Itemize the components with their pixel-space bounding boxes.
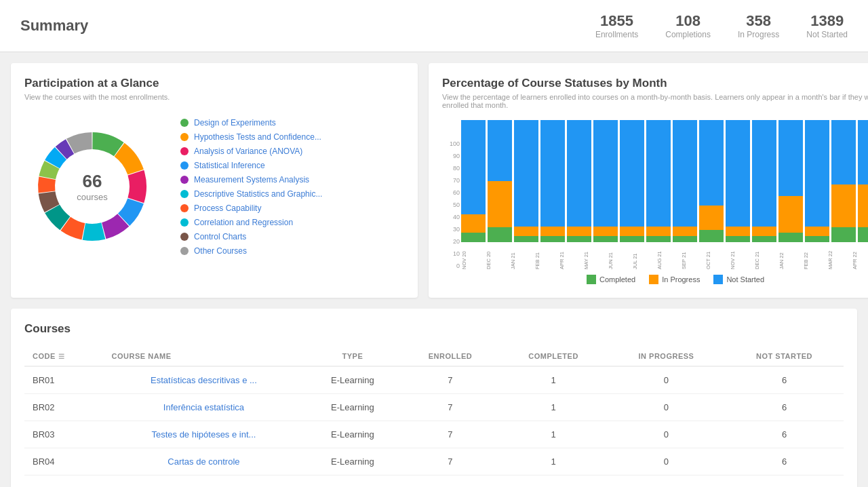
legend-text[interactable]: Measurement Systems Analysis [194,175,309,184]
table-row: BR04 Cartas de controle E-Learning 7 1 0… [24,448,844,475]
course-code: BR02 [24,394,104,421]
course-completed: 1 [499,366,608,394]
legend-item[interactable]: Descriptive Statistics and Graphic... [180,189,322,199]
chart-legend-label: In Progress [662,275,700,284]
stat-number: 1855 [595,12,638,30]
panels-row: Participation at a Glance View the cours… [11,63,857,298]
legend-item[interactable]: Design of Experiments [180,118,322,128]
table-column-header: ENROLLED [401,347,500,366]
legend-text[interactable]: Descriptive Statistics and Graphic... [194,189,322,199]
courses-title: Courses [24,322,844,336]
stat-number: 108 [665,12,711,30]
bar-segment-notstarted [831,120,856,184]
legend-item[interactable]: Other Courses [180,246,322,256]
course-type: E-Learning [304,366,401,394]
course-completed: 1 [499,421,608,448]
chart-legend-label: Not Started [726,275,764,284]
legend-text[interactable]: Statistical Inference [194,161,265,170]
participation-card: Participation at a Glance View the cours… [11,63,418,298]
legend-item[interactable]: Correlation and Regression [180,218,322,227]
x-labels-row: NOV 20DEC 20JAN 21FEB 21APR 21MAY 21JUN … [461,242,868,269]
bar-segment-inprogress [752,227,776,236]
course-notstarted: 6 [725,421,844,448]
bar-segment-completed [831,227,856,242]
y-axis-label: 0 [456,262,460,269]
participation-title: Participation at a Glance [24,77,404,90]
legend-dot [180,233,189,241]
bar-segment-completed [620,236,644,242]
x-axis-label: JAN 22 [778,244,803,269]
legend-item[interactable]: Hypothesis Tests and Confidence... [180,132,322,142]
bar-segment-inprogress [778,196,803,233]
course-name[interactable]: Estatísticas descritivas e ... [104,366,304,394]
course-type: E-Learning [304,448,401,475]
stat-item: 108Completions [665,12,711,39]
course-type: E-Learning [304,421,401,448]
chart-legend-item: Completed [587,275,635,284]
bar-col [514,120,538,242]
course-name[interactable]: Cartas de controle [104,448,304,475]
bar-col [805,120,829,242]
legend-text[interactable]: Process Capability [194,203,261,213]
barchart-card: Percentage of Course Statuses by Month V… [429,63,868,298]
legend-dot [180,218,189,227]
page-title: Summary [20,17,595,35]
chart-legend-item: In Progress [649,275,700,284]
chart-legend-box [587,275,596,284]
chart-legend: CompletedIn ProgressNot Started [442,275,868,284]
bar-segment-inprogress [540,227,565,236]
course-notstarted: 6 [725,394,844,421]
bar-segment-inprogress [699,206,724,230]
course-name[interactable]: Inferência estatística [104,394,304,421]
bar-segment-notstarted [567,120,591,227]
bar-segment-completed [540,236,565,242]
bar-segment-completed [514,236,538,242]
bar-segment-notstarted [488,120,512,181]
donut-svg [24,112,160,261]
legend-item[interactable]: Analysis of Variance (ANOVA) [180,147,322,156]
bar-segment-notstarted [726,120,750,227]
main-content: Participation at a Glance View the cours… [0,63,868,487]
y-axis-label: 60 [453,189,460,196]
legend-text[interactable]: Hypothesis Tests and Confidence... [194,132,321,142]
course-inprogress: 0 [608,448,725,475]
header-row: CODE ☰COURSE NAMETYPEENROLLEDCOMPLETEDIN… [24,347,844,366]
course-code: BR01 [24,366,104,394]
stat-label: Not Started [806,30,848,39]
course-name[interactable]: Testes de hipóteses e int... [104,421,304,448]
bar-segment-notstarted [778,120,803,196]
course-enrolled: 7 [401,421,500,448]
bar-segment-inprogress [858,184,868,227]
legend-item[interactable]: Process Capability [180,203,322,213]
bar-segment-notstarted [620,120,644,227]
table-column-header: IN PROGRESS [608,347,725,366]
course-notstarted: 6 [725,448,844,475]
legend-item[interactable]: Measurement Systems Analysis [180,175,322,184]
legend-text[interactable]: Analysis of Variance (ANOVA) [194,147,302,156]
bar-segment-completed [567,236,591,242]
legend-item[interactable]: Control Charts [180,232,322,241]
legend-text[interactable]: Control Charts [194,232,246,241]
filter-icon[interactable]: ☰ [58,353,65,360]
bar-col [488,120,512,242]
bar-segment-completed [752,236,776,242]
bar-col [699,120,724,242]
x-axis-label: NOV 21 [730,244,754,269]
table-column-header[interactable]: CODE ☰ [24,347,104,366]
legend-text[interactable]: Design of Experiments [194,118,276,128]
bar-segment-completed [858,227,868,242]
bar-col [726,120,750,242]
bar-segment-completed [726,236,750,242]
table-header: CODE ☰COURSE NAMETYPEENROLLEDCOMPLETEDIN… [24,347,844,366]
legend-text[interactable]: Correlation and Regression [194,218,293,227]
legend-dot [180,133,189,141]
y-axis-label: 50 [453,201,460,208]
bar-segment-notstarted [752,120,776,227]
legend-item[interactable]: Statistical Inference [180,161,322,170]
bar-segment-completed [646,236,671,242]
bar-segment-completed [805,236,829,242]
bar-segment-inprogress [514,227,538,236]
legend-dot [180,147,189,155]
legend-text[interactable]: Other Courses [194,246,247,256]
bar-col [858,120,868,242]
